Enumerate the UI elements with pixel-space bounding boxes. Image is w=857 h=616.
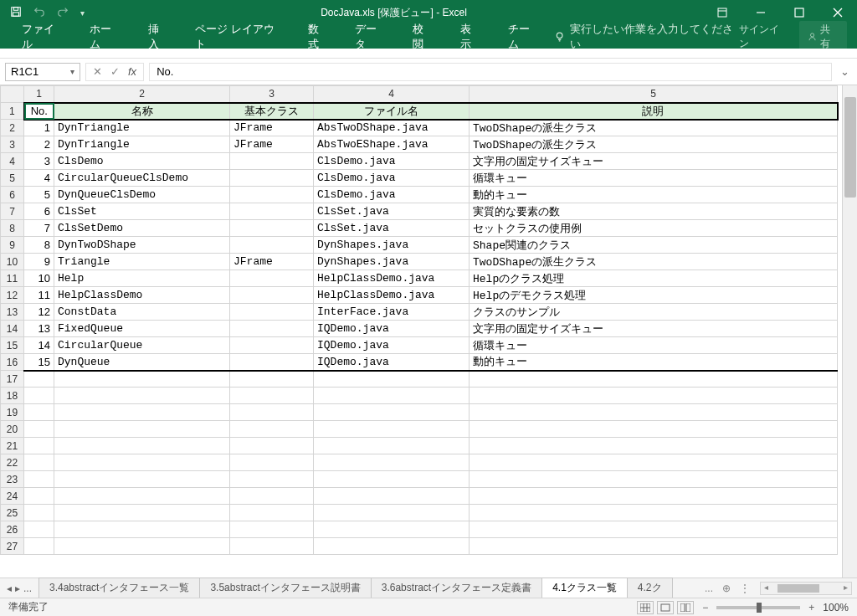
cell-r13-c4[interactable]: InterFace.java xyxy=(314,304,470,321)
cell-r19-c3[interactable] xyxy=(230,404,314,421)
cell-r2-c5[interactable]: TwoDShapeの派生クラス xyxy=(470,120,838,136)
cell-r19-c2[interactable] xyxy=(54,404,230,421)
cell-r26-c1[interactable] xyxy=(24,521,54,538)
cell-r11-c1[interactable]: 10 xyxy=(24,270,54,287)
col-header-3[interactable]: 3 xyxy=(230,86,314,103)
cell-r16-c2[interactable]: DynQueue xyxy=(54,354,230,371)
cell-r24-c2[interactable] xyxy=(54,488,230,505)
formula-input[interactable]: No. xyxy=(149,63,832,81)
cell-r13-c5[interactable]: クラスのサンプル xyxy=(470,304,838,321)
tab-data[interactable]: データ xyxy=(343,25,398,49)
row-header-26[interactable]: 26 xyxy=(1,521,24,538)
zoom-out-icon[interactable]: − xyxy=(702,602,708,613)
cell-r6-c1[interactable]: 5 xyxy=(24,187,54,203)
row-header-20[interactable]: 20 xyxy=(1,421,24,438)
cell-r15-c3[interactable] xyxy=(230,337,314,354)
cell-r26-c5[interactable] xyxy=(470,521,838,538)
cell-r23-c3[interactable] xyxy=(230,471,314,488)
cell-r7-c5[interactable]: 実質的な要素の数 xyxy=(470,203,838,220)
cell-r15-c1[interactable]: 14 xyxy=(24,337,54,354)
cell-r10-c5[interactable]: TwoDShapeの派生クラス xyxy=(470,254,838,270)
cell-r4-c1[interactable]: 3 xyxy=(24,153,54,170)
cell-r3-c1[interactable]: 2 xyxy=(24,136,54,153)
cell-r22-c1[interactable] xyxy=(24,454,54,471)
cell-r7-c1[interactable]: 6 xyxy=(24,203,54,220)
cell-r4-c4[interactable]: ClsDemo.java xyxy=(314,153,470,170)
cell-r2-c4[interactable]: AbsTwoDShape.java xyxy=(314,120,470,136)
row-header-2[interactable]: 2 xyxy=(1,120,24,136)
scroll-left-icon[interactable]: ◂ xyxy=(764,583,768,592)
cell-r20-c2[interactable] xyxy=(54,421,230,438)
cell-r21-c2[interactable] xyxy=(54,438,230,454)
cell-r17-c1[interactable] xyxy=(24,371,54,388)
cell-r27-c5[interactable] xyxy=(470,538,838,555)
row-header-21[interactable]: 21 xyxy=(1,438,24,454)
sheet-tab-3[interactable]: 4.1クラス一覧 xyxy=(541,578,628,599)
col-header-5[interactable]: 5 xyxy=(470,86,838,103)
cell-r10-c4[interactable]: DynShapes.java xyxy=(314,254,470,270)
row-header-3[interactable]: 3 xyxy=(1,136,24,153)
cell-r14-c1[interactable]: 13 xyxy=(24,321,54,337)
cell-r11-c4[interactable]: HelpClassDemo.java xyxy=(314,270,470,287)
cell-r5-c3[interactable] xyxy=(230,170,314,187)
row-header-25[interactable]: 25 xyxy=(1,505,24,521)
cell-r24-c4[interactable] xyxy=(314,488,470,505)
row-header-9[interactable]: 9 xyxy=(1,237,24,254)
horizontal-scrollbar[interactable]: ◂ ▸ xyxy=(760,582,852,595)
sheet-tab-0[interactable]: 3.4abstractインタフェース一覧 xyxy=(38,578,200,599)
row-header-8[interactable]: 8 xyxy=(1,220,24,237)
cancel-icon[interactable]: ✕ xyxy=(93,65,102,78)
cell-r22-c2[interactable] xyxy=(54,454,230,471)
cell-r7-c2[interactable]: ClsSet xyxy=(54,203,230,220)
zoom-level[interactable]: 100% xyxy=(823,602,849,613)
cell-r26-c2[interactable] xyxy=(54,521,230,538)
row-header-23[interactable]: 23 xyxy=(1,471,24,488)
cell-r3-c2[interactable]: DynTriangle xyxy=(54,136,230,153)
row-header-12[interactable]: 12 xyxy=(1,287,24,304)
cell-r8-c3[interactable] xyxy=(230,220,314,237)
page-break-view-icon[interactable] xyxy=(677,601,694,614)
vertical-scrollbar[interactable] xyxy=(842,85,857,578)
cell-r6-c3[interactable] xyxy=(230,187,314,203)
undo-icon[interactable] xyxy=(33,6,45,20)
zoom-thumb[interactable] xyxy=(757,603,762,613)
new-sheet-icon[interactable]: ⊕ xyxy=(717,580,736,597)
cell-r5-c2[interactable]: CircularQueueClsDemo xyxy=(54,170,230,187)
cell-r6-c2[interactable]: DynQueueClsDemo xyxy=(54,187,230,203)
cell-r7-c4[interactable]: ClsSet.java xyxy=(314,203,470,220)
cell-r2-c2[interactable]: DynTriangle xyxy=(54,120,230,136)
cell-r19-c4[interactable] xyxy=(314,404,470,421)
cell-r9-c4[interactable]: DynShapes.java xyxy=(314,237,470,254)
cell-r25-c2[interactable] xyxy=(54,505,230,521)
tab-more[interactable]: ... xyxy=(700,580,718,597)
row-header-7[interactable]: 7 xyxy=(1,203,24,220)
tab-review[interactable]: 校閲 xyxy=(401,25,445,49)
cell-r24-c1[interactable] xyxy=(24,488,54,505)
tab-insert[interactable]: 挿入 xyxy=(136,25,181,49)
cell-r12-c5[interactable]: Helpのデモクラス処理 xyxy=(470,287,838,304)
cell-r17-c4[interactable] xyxy=(314,371,470,388)
page-layout-view-icon[interactable] xyxy=(657,601,674,614)
cell-r10-c1[interactable]: 9 xyxy=(24,254,54,270)
cell-r7-c3[interactable] xyxy=(230,203,314,220)
header-cell-4[interactable]: 説明 xyxy=(470,103,838,120)
cell-r19-c5[interactable] xyxy=(470,404,838,421)
col-header-2[interactable]: 2 xyxy=(54,86,230,103)
cell-r17-c3[interactable] xyxy=(230,371,314,388)
cell-r3-c3[interactable]: JFrame xyxy=(230,136,314,153)
row-header-16[interactable]: 16 xyxy=(1,354,24,371)
cell-r14-c4[interactable]: IQDemo.java xyxy=(314,321,470,337)
cell-r24-c5[interactable] xyxy=(470,488,838,505)
tab-splitter[interactable]: ⋮ xyxy=(735,583,755,594)
row-header-19[interactable]: 19 xyxy=(1,404,24,421)
zoom-in-icon[interactable]: + xyxy=(808,602,814,613)
formula-expand-icon[interactable]: ⌄ xyxy=(837,65,852,78)
cell-r23-c4[interactable] xyxy=(314,471,470,488)
cell-r5-c4[interactable]: ClsDemo.java xyxy=(314,170,470,187)
cell-r25-c5[interactable] xyxy=(470,505,838,521)
row-header-14[interactable]: 14 xyxy=(1,321,24,337)
cell-r12-c4[interactable]: HelpClassDemo.java xyxy=(314,287,470,304)
cell-r18-c2[interactable] xyxy=(54,388,230,404)
cell-r4-c2[interactable]: ClsDemo xyxy=(54,153,230,170)
cell-r27-c2[interactable] xyxy=(54,538,230,555)
